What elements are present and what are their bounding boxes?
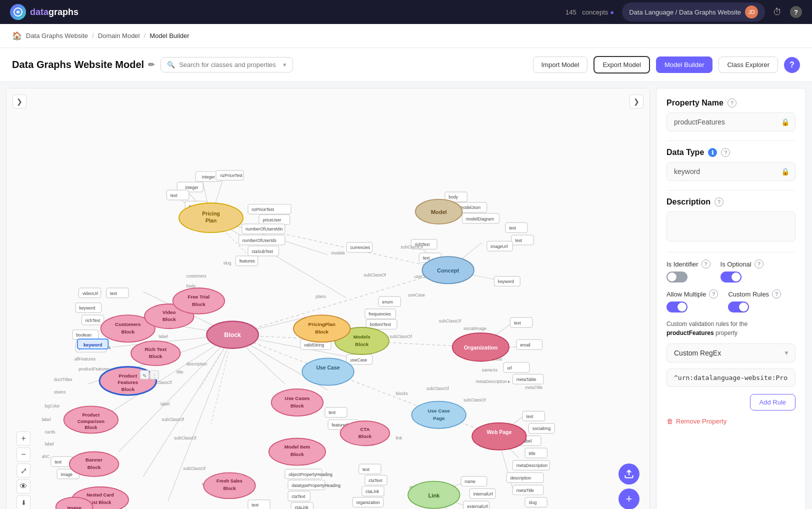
- svg-text:text: text: [362, 467, 370, 472]
- logo-text: datagraphs: [30, 7, 78, 18]
- svg-text:Video: Video: [162, 310, 176, 315]
- svg-text:keyword: keyword: [498, 279, 514, 284]
- is-optional-help-icon[interactable]: ?: [754, 260, 764, 268]
- data-type-label: Data Type ℹ ?: [666, 148, 796, 157]
- svg-text:Models: Models: [354, 334, 370, 340]
- svg-text:ctaLink: ctaLink: [366, 489, 380, 494]
- description-section: Description ?: [666, 198, 796, 243]
- class-explorer-button[interactable]: Class Explorer: [718, 56, 778, 73]
- svg-text:subClassOf: subClassOf: [439, 318, 462, 324]
- search-box[interactable]: 🔍 ▾: [160, 57, 293, 72]
- custom-regex-select[interactable]: Custom RegEx Min Length Max Length Range: [666, 344, 796, 362]
- regex-input[interactable]: [666, 368, 796, 387]
- is-identifier-help-icon[interactable]: ?: [702, 260, 710, 268]
- svg-text:Block: Block: [315, 329, 328, 334]
- description-textarea[interactable]: [666, 212, 796, 242]
- remove-property-button[interactable]: 🗑 Remove Property: [666, 418, 726, 425]
- property-name-lock-icon: 🔒: [781, 118, 790, 126]
- svg-text:title: title: [176, 370, 184, 374]
- right-panel: Property Name ? 🔒 Data Type ℹ ? 🔒: [656, 88, 806, 509]
- toolbar-help-button[interactable]: ?: [784, 57, 800, 73]
- breadcrumb-item-domain[interactable]: Domain Model: [98, 32, 140, 40]
- custom-rules-toggle[interactable]: [728, 302, 749, 312]
- svg-text:description: description: [510, 476, 532, 480]
- svg-text:Rich Text: Rich Text: [144, 346, 166, 352]
- svg-text:ctaSubText: ctaSubText: [252, 249, 273, 254]
- svg-text:email: email: [520, 342, 530, 348]
- is-optional-toggle[interactable]: [720, 272, 742, 282]
- svg-text:metaTable: metaTable: [516, 377, 536, 382]
- description-help-icon[interactable]: ?: [714, 198, 724, 206]
- svg-text:Pricing: Pricing: [202, 211, 220, 216]
- data-type-help-icon[interactable]: ?: [721, 148, 730, 157]
- add-node-fab-button[interactable]: +: [618, 488, 640, 509]
- zoom-out-button[interactable]: −: [16, 448, 30, 462]
- svg-text:modelJson: modelJson: [460, 205, 481, 210]
- canvas-expand-right-button[interactable]: ❯: [630, 94, 644, 108]
- canvas-expand-left-button[interactable]: ❯: [12, 94, 26, 108]
- svg-text:Plan: Plan: [206, 218, 216, 224]
- nav-help-button[interactable]: ?: [790, 6, 802, 18]
- svg-text:ctaLink: ctaLink: [295, 505, 309, 509]
- svg-text:text: text: [110, 291, 117, 296]
- add-rule-button[interactable]: Add Rule: [750, 394, 796, 410]
- property-name-help-icon[interactable]: ?: [728, 98, 736, 108]
- model-builder-button[interactable]: Model Builder: [656, 56, 713, 73]
- fit-to-screen-button[interactable]: ⤢: [16, 464, 30, 478]
- export-model-button[interactable]: Export Model: [594, 56, 650, 74]
- svg-text:ctaText: ctaText: [292, 494, 306, 499]
- svg-text:subClassOf: subClassOf: [390, 334, 412, 339]
- history-button[interactable]: ⏱: [773, 7, 782, 18]
- import-model-button[interactable]: Import Model: [533, 56, 588, 73]
- svg-text:Link: Link: [428, 492, 440, 498]
- custom-rules-help-icon[interactable]: ?: [772, 290, 781, 298]
- svg-text:label: label: [45, 442, 54, 446]
- svg-text:allFeatures: allFeatures: [74, 356, 96, 362]
- is-optional-knob: [732, 272, 740, 282]
- svg-text:metaTitle: metaTitle: [516, 488, 534, 493]
- edit-title-icon[interactable]: ✏: [148, 60, 154, 70]
- svg-text:Use Cases: Use Cases: [285, 396, 310, 401]
- breadcrumb-item-current: Model Builder: [150, 32, 190, 40]
- logo[interactable]: datagraphs: [10, 4, 78, 20]
- is-identifier-toggle[interactable]: [666, 272, 688, 282]
- search-input[interactable]: [179, 61, 279, 68]
- is-identifier-label: Is Identifier ?: [666, 260, 710, 268]
- zoom-in-button[interactable]: +: [16, 432, 30, 446]
- svg-text:text: text: [328, 410, 336, 415]
- data-type-info-icon[interactable]: ℹ: [708, 148, 717, 157]
- description-label: Description ?: [666, 198, 796, 206]
- svg-text:⋮: ⋮: [152, 373, 157, 378]
- svg-text:label: label: [42, 417, 50, 422]
- allow-multiple-help-icon[interactable]: ?: [709, 290, 718, 298]
- data-type-lock-icon: 🔒: [781, 168, 790, 176]
- breadcrumb-item-home[interactable]: Data Graphs Website: [26, 32, 88, 40]
- canvas-area[interactable]: ❯ ❯: [6, 88, 650, 509]
- svg-text:Product: Product: [82, 412, 100, 418]
- data-type-input[interactable]: [666, 162, 796, 181]
- svg-text:Web Page: Web Page: [486, 430, 512, 435]
- model-title: Data Graphs Website Model ✏: [12, 59, 154, 70]
- project-selector[interactable]: Data Language / Data Graphs Website JD: [622, 2, 765, 22]
- svg-text:metaDescription: metaDescription: [516, 463, 548, 468]
- svg-text:numberOfUserIds: numberOfUserIds: [242, 238, 276, 243]
- svg-text:enum: enum: [382, 300, 393, 304]
- svg-text:Fresh Sales: Fresh Sales: [216, 478, 242, 484]
- svg-text:subClassOf: subClassOf: [426, 386, 449, 391]
- svg-text:Free Trial: Free Trial: [188, 294, 210, 300]
- svg-text:richText: richText: [86, 318, 100, 323]
- svg-text:socialImage: socialImage: [464, 326, 486, 331]
- toggles-row-2: Allow Multiple ? Custom Rules ?: [666, 290, 796, 312]
- allow-multiple-toggle[interactable]: [666, 302, 688, 312]
- svg-text:Block: Block: [149, 354, 162, 359]
- svg-text:subClassOf: subClassOf: [400, 244, 423, 250]
- svg-text:modelDiagram: modelDiagram: [466, 216, 494, 222]
- svg-text:Block: Block: [290, 403, 304, 408]
- svg-text:text: text: [509, 226, 516, 230]
- toggle-visibility-button[interactable]: 👁: [16, 480, 30, 494]
- svg-text:nzPriceTest: nzPriceTest: [220, 173, 243, 178]
- download-button[interactable]: ⬇: [16, 496, 30, 509]
- property-name-input[interactable]: [666, 112, 796, 132]
- export-fab-button[interactable]: [618, 464, 640, 484]
- svg-text:internalUrl: internalUrl: [474, 492, 493, 496]
